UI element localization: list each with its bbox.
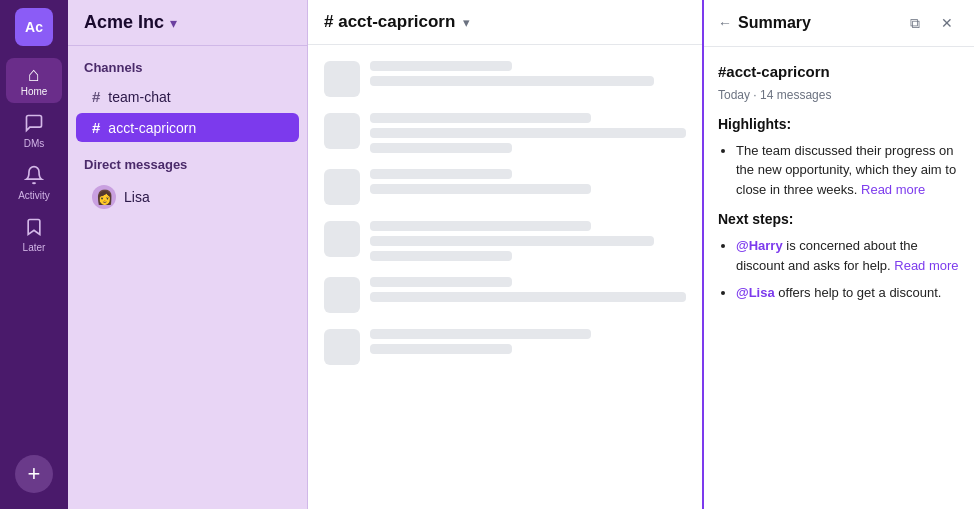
message-line <box>370 61 512 71</box>
workspace-chevron-icon[interactable]: ▾ <box>170 15 177 31</box>
message-line <box>370 344 512 354</box>
chat-body <box>308 45 702 509</box>
next-step-text-2: offers help to get a discount. <box>778 285 941 300</box>
summary-back-icon[interactable]: ← <box>718 15 732 31</box>
message-content <box>370 169 686 194</box>
read-more-link-1[interactable]: Read more <box>861 182 925 197</box>
activity-icon <box>24 165 44 188</box>
message-line <box>370 251 512 261</box>
nav-label-activity: Activity <box>18 190 50 201</box>
channel-name-acct-capricorn: acct-capricorn <box>108 120 196 136</box>
add-button[interactable]: + <box>15 455 53 493</box>
nav-item-activity[interactable]: Activity <box>6 159 62 207</box>
message-line <box>370 236 654 246</box>
later-icon <box>24 217 44 240</box>
message-row <box>324 329 686 365</box>
message-line <box>370 113 591 123</box>
channel-name-team-chat: team-chat <box>108 89 170 105</box>
channel-item-acct-capricorn[interactable]: # acct-capricorn <box>76 113 299 142</box>
message-line <box>370 277 512 287</box>
summary-channel-name: #acct-capricorn <box>718 61 960 84</box>
chat-channel-title: # acct-capricorn <box>324 12 455 32</box>
message-avatar <box>324 329 360 365</box>
message-avatar <box>324 277 360 313</box>
summary-next-steps-list: @Harry is concerned about the discount a… <box>718 236 960 303</box>
summary-window-icon[interactable]: ⧉ <box>902 10 928 36</box>
summary-panel: ← Summary ⧉ ✕ #acct-capricorn Today · 14… <box>704 0 974 509</box>
summary-meta: Today · 14 messages <box>718 86 960 104</box>
nav-label-dms: DMs <box>24 138 45 149</box>
chat-header: # acct-capricorn ▾ <box>308 0 702 45</box>
nav-item-later[interactable]: Later <box>6 211 62 259</box>
mention-harry[interactable]: @Harry <box>736 238 783 253</box>
message-row <box>324 169 686 205</box>
chat-chevron-icon: ▾ <box>463 15 470 30</box>
summary-header: ← Summary ⧉ ✕ <box>704 0 974 47</box>
message-line <box>370 221 591 231</box>
main-chat: # acct-capricorn ▾ <box>308 0 704 509</box>
message-line <box>370 143 512 153</box>
message-avatar <box>324 61 360 97</box>
message-row <box>324 61 686 97</box>
nav-label-later: Later <box>23 242 46 253</box>
message-avatar <box>324 169 360 205</box>
message-line <box>370 329 591 339</box>
mention-lisa[interactable]: @Lisa <box>736 285 775 300</box>
message-content <box>370 61 686 86</box>
next-step-item-2: @Lisa offers help to get a discount. <box>736 283 960 303</box>
channel-sidebar: Acme Inc ▾ Channels # team-chat # acct-c… <box>68 0 308 509</box>
nav-item-dms[interactable]: DMs <box>6 107 62 155</box>
message-content <box>370 113 686 153</box>
summary-body: #acct-capricorn Today · 14 messages High… <box>704 47 974 509</box>
message-line <box>370 184 591 194</box>
message-row <box>324 277 686 313</box>
read-more-link-2[interactable]: Read more <box>894 258 958 273</box>
dm-avatar-lisa: 👩 <box>92 185 116 209</box>
message-line <box>370 292 686 302</box>
message-line <box>370 128 686 138</box>
nav-label-home: Home <box>21 86 48 97</box>
summary-highlights-label: Highlights: <box>718 114 960 135</box>
message-content <box>370 329 686 354</box>
workspace-avatar[interactable]: Ac <box>15 8 53 46</box>
nav-sidebar: Ac ⌂ Home DMs Activity Later + <box>0 0 68 509</box>
summary-next-steps-label: Next steps: <box>718 209 960 230</box>
channel-item-team-chat[interactable]: # team-chat <box>76 82 299 111</box>
summary-highlights-list: The team discussed their progress on the… <box>718 141 960 200</box>
next-step-item-1: @Harry is concerned about the discount a… <box>736 236 960 275</box>
message-row <box>324 221 686 261</box>
dms-icon <box>24 113 44 136</box>
message-line <box>370 76 654 86</box>
hash-icon-active: # <box>92 119 100 136</box>
highlight-item-1: The team discussed their progress on the… <box>736 141 960 200</box>
workspace-name: Acme Inc <box>84 12 164 33</box>
nav-item-home[interactable]: ⌂ Home <box>6 58 62 103</box>
hash-icon: # <box>92 88 100 105</box>
workspace-header: Acme Inc ▾ <box>68 0 307 46</box>
message-line <box>370 169 512 179</box>
summary-title: Summary <box>738 14 896 32</box>
message-row <box>324 113 686 153</box>
dm-label: Direct messages <box>68 143 307 178</box>
dm-item-lisa[interactable]: 👩 Lisa <box>76 179 299 215</box>
message-avatar <box>324 113 360 149</box>
message-avatar <box>324 221 360 257</box>
dm-name-lisa: Lisa <box>124 189 150 205</box>
home-icon: ⌂ <box>28 64 40 84</box>
channels-label: Channels <box>68 46 307 81</box>
summary-close-icon[interactable]: ✕ <box>934 10 960 36</box>
message-content <box>370 221 686 261</box>
message-content <box>370 277 686 302</box>
